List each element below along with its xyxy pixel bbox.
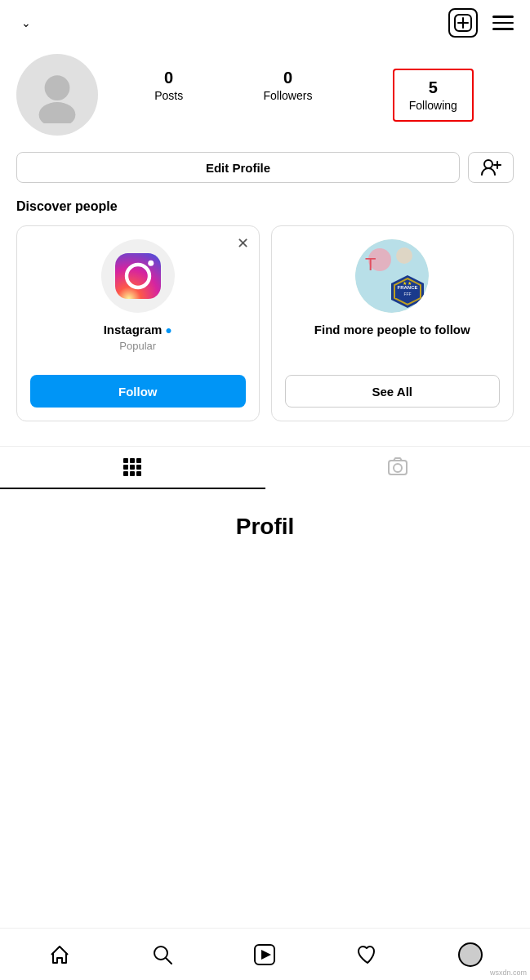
discover-card-instagram: ✕: [16, 225, 260, 421]
heart-icon: [356, 943, 379, 966]
following-count: 5: [429, 78, 438, 97]
nav-reels[interactable]: [214, 929, 317, 980]
discover-title: Discover people: [16, 199, 514, 214]
add-post-button[interactable]: [448, 8, 478, 38]
discover-card-findmore: T FRANCE FFF ★ ★ Find more people to fol…: [271, 225, 514, 421]
following-label: Following: [409, 99, 457, 112]
posts-count: 0: [164, 69, 173, 87]
following-stat[interactable]: 5 Following: [393, 69, 474, 122]
card-name-instagram: Instagram ●: [104, 323, 172, 336]
grid-icon: [123, 458, 141, 476]
svg-text:FFF: FFF: [404, 292, 412, 296]
profile-buttons: Edit Profile: [0, 152, 530, 199]
profile-section: 0 Posts 0 Followers 5 Following: [0, 46, 530, 152]
posts-stat[interactable]: 0 Posts: [154, 69, 183, 122]
nav-home[interactable]: [8, 929, 111, 980]
discover-cards: ✕: [16, 225, 514, 421]
search-icon: [151, 943, 174, 966]
followers-count: 0: [283, 69, 292, 87]
chevron-down-icon: ⌄: [21, 16, 31, 29]
svg-text:T: T: [365, 254, 376, 274]
profile-avatar-nav: [458, 942, 483, 967]
svg-text:★: ★: [403, 281, 407, 286]
edit-profile-button[interactable]: Edit Profile: [16, 152, 460, 183]
reels-icon: [253, 943, 276, 966]
see-all-button[interactable]: See All: [285, 375, 501, 408]
home-icon: [48, 943, 71, 966]
discover-section: Discover people ✕: [0, 199, 530, 438]
add-friend-button[interactable]: [468, 152, 514, 183]
card-subtitle-instagram: Popular: [119, 340, 156, 352]
watermark: wsxdn.com: [490, 969, 527, 977]
avatar[interactable]: [16, 54, 98, 136]
svg-point-14: [396, 247, 412, 264]
svg-point-5: [484, 160, 492, 168]
svg-point-4: [39, 102, 76, 123]
posts-label: Posts: [154, 89, 183, 102]
tab-grid[interactable]: [0, 447, 265, 489]
bottom-nav: [0, 928, 530, 980]
svg-point-24: [394, 464, 402, 472]
follow-button[interactable]: Follow: [30, 375, 246, 408]
stats-container: 0 Posts 0 Followers 5 Following: [114, 69, 514, 122]
top-bar-actions: [448, 8, 514, 38]
verified-icon: ●: [165, 323, 171, 336]
menu-button[interactable]: [492, 16, 514, 30]
find-more-text: Find more people to follow: [314, 323, 470, 336]
followers-stat[interactable]: 0 Followers: [263, 69, 312, 122]
svg-point-11: [148, 261, 154, 266]
top-bar: ⌄: [0, 0, 530, 46]
username-section[interactable]: ⌄: [16, 16, 31, 29]
tagged-icon: [387, 457, 408, 478]
tabs-section: [0, 446, 530, 489]
nav-likes[interactable]: [316, 929, 419, 980]
svg-marker-28: [261, 950, 271, 960]
france-collage: T FRANCE FFF ★ ★: [355, 239, 429, 313]
tab-tagged[interactable]: [265, 447, 531, 489]
followers-label: Followers: [263, 89, 312, 102]
instagram-avatar: [101, 239, 175, 313]
svg-point-3: [45, 75, 70, 100]
nav-search[interactable]: [111, 929, 214, 980]
svg-text:★: ★: [408, 281, 412, 286]
svg-line-26: [166, 958, 171, 964]
close-card-button[interactable]: ✕: [237, 234, 249, 252]
content-area: Profil: [0, 489, 530, 556]
partial-profile-title: Profil: [16, 506, 514, 540]
svg-rect-8: [115, 253, 161, 299]
